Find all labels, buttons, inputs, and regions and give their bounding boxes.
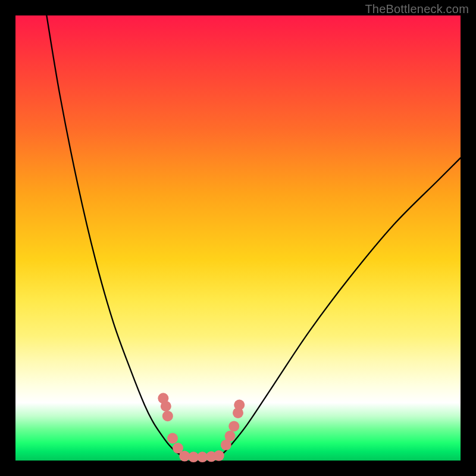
- curve-right-branch: [220, 158, 461, 456]
- chart-svg: [15, 15, 461, 461]
- marker-group: [158, 393, 245, 462]
- marker-right-cluster-b: [225, 431, 236, 441]
- marker-floor-e: [214, 450, 224, 461]
- chart-frame: [15, 15, 461, 461]
- marker-left-cluster-c: [162, 411, 173, 421]
- marker-right-cluster-c: [228, 421, 239, 431]
- watermark-text: TheBottleneck.com: [365, 2, 469, 16]
- marker-left-cluster-b: [161, 401, 171, 412]
- marker-right-cluster-e: [234, 400, 245, 411]
- marker-left-cluster-d: [167, 433, 178, 444]
- curve-left-branch: [46, 15, 182, 456]
